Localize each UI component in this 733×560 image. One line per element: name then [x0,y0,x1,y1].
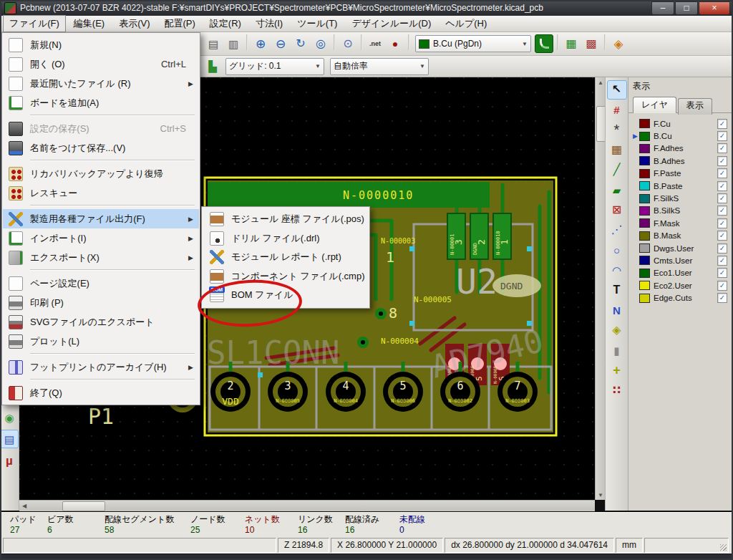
layer-color-swatch[interactable] [639,281,650,290]
add-keepout-icon[interactable]: ⊠ [607,201,627,220]
separator[interactable] [557,34,558,50]
file-menu-item[interactable]: 開く (O) Ctrl+L [3,54,199,74]
file-menu-item[interactable]: SVGファイルのエクスポート [3,312,199,332]
add-text-icon[interactable]: T [607,281,627,300]
microwave-tools-icon[interactable]: µ [0,451,19,470]
menubar-item[interactable]: デザインルール(D) [345,15,437,32]
palette-icon[interactable]: ◉ [0,408,19,427]
file-menu-item[interactable]: インポート(I) ▶ [3,228,199,248]
layer-visibility-checkbox[interactable]: ✓ [717,143,727,153]
file-menu-item[interactable] [3,203,199,209]
layer-visibility-checkbox[interactable]: ✓ [717,193,727,203]
add-graphic-line-icon[interactable]: ⋰ [607,221,627,240]
file-menu-item[interactable]: ボードを追加(A) [3,93,199,112]
horizontal-scrollbar[interactable]: ◀ [19,500,595,511]
track-display-button[interactable] [535,34,553,53]
separator[interactable] [246,34,248,50]
cursor-tool-icon[interactable]: ↖ [607,80,627,100]
add-track-icon[interactable]: ╱ [607,160,627,180]
submenu-item[interactable]: モジュール レポート (.rpt) [203,248,369,267]
maximize-button[interactable]: □ [675,1,698,15]
horizontal-scroll-thumb[interactable] [62,501,105,511]
layer-row[interactable]: F.SilkS ✓ [631,192,730,204]
file-menu-item[interactable]: 印刷 (P) [3,293,199,312]
resize-grip[interactable] [720,544,727,551]
layer-visibility-checkbox[interactable]: ✓ [717,119,727,129]
layer-visibility-checkbox[interactable]: ✓ [717,168,727,178]
file-menu-item[interactable]: 名前をつけて保存...(V) [3,138,199,158]
layer-select-dropdown[interactable]: B.Cu (PgDn) ▼ [415,35,531,52]
layer-color-swatch[interactable] [639,132,650,141]
add-dimension-icon[interactable]: N [607,301,627,320]
menubar-item[interactable]: 編集(E) [67,15,111,32]
layer-color-swatch[interactable] [639,206,650,216]
layer-visibility-checkbox[interactable]: ✓ [717,181,727,191]
file-menu-item[interactable]: レスキュー [3,183,199,203]
separator[interactable] [408,34,409,50]
file-menu-item[interactable]: フットプリントのアーカイブ(H) ▶ [3,357,199,377]
microwave-icon[interactable]: ◈ [609,34,628,53]
menubar-item[interactable]: 配置(P) [158,15,202,32]
zoom-fit-icon[interactable]: ◎ [311,34,330,53]
menubar-item[interactable]: 設定(R) [203,15,248,32]
add-zone-icon[interactable]: ▰ [607,180,627,200]
add-circle-icon[interactable]: ○ [607,241,627,260]
layer-color-swatch[interactable] [639,218,650,228]
layer-row[interactable]: Cmts.User ✓ [631,254,730,266]
menubar-item[interactable]: ツール(T) [291,15,344,32]
layer-color-swatch[interactable] [639,156,650,165]
file-menu-item[interactable]: ページ設定(E) [3,274,199,293]
menubar-item[interactable]: 寸法(I) [249,15,289,32]
layer-row[interactable]: B.Paste ✓ [631,180,730,192]
layer-color-swatch[interactable] [639,294,650,303]
scroll-up-icon[interactable]: ▲ [596,77,606,87]
layer-color-swatch[interactable] [639,144,650,153]
layer-visibility-checkbox[interactable]: ✓ [717,231,727,241]
footprint-mode-icon[interactable]: ▙ [203,57,222,76]
find-icon[interactable]: ⊙ [339,34,357,53]
layer-visibility-checkbox[interactable]: ✓ [717,268,727,278]
layer-color-swatch[interactable] [639,256,650,265]
add-target-icon[interactable]: ◈ [607,321,627,340]
layer-color-swatch[interactable] [639,194,650,203]
separator[interactable] [361,34,362,50]
file-menu-item[interactable] [3,377,199,383]
layers-manager-toggle-icon[interactable]: ▤ [0,430,19,448]
file-menu-item[interactable]: プロット(L) [3,332,199,351]
file-menu-item[interactable] [3,267,199,274]
grid-select-dropdown[interactable]: グリッド: 0.1 ▼ [225,58,324,75]
module-mode-icon[interactable]: ▦ [562,34,581,53]
scroll-down-icon[interactable]: ▼ [596,490,606,500]
file-menu-item[interactable]: エクスポート(X) ▶ [3,248,199,267]
layer-color-swatch[interactable] [639,243,650,253]
vertical-scrollbar[interactable]: ▲ ▼ [595,77,606,500]
layer-color-swatch[interactable] [639,269,650,278]
layer-row[interactable]: F.Mask ✓ [631,217,730,229]
panel-tab[interactable]: 表示 [678,98,712,115]
layer-row[interactable]: Eco2.User ✓ [631,279,730,291]
close-button[interactable]: × [699,1,730,15]
layer-visibility-checkbox[interactable]: ✓ [717,131,727,141]
file-menu-item[interactable]: 最近開いたファイル (R) ▶ [3,74,199,93]
layer-visibility-checkbox[interactable]: ✓ [717,293,727,303]
redraw-icon[interactable]: ↻ [291,34,310,53]
layer-row[interactable]: Edge.Cuts ✓ [631,291,730,304]
drc-icon[interactable]: ● [386,34,404,53]
layer-row[interactable]: B.SilkS ✓ [631,205,730,217]
file-menu-item[interactable] [3,158,199,164]
print-icon[interactable]: ▤ [204,34,223,53]
layer-row[interactable]: F.Adhes ✓ [631,143,730,155]
menubar-item[interactable]: 表示(V) [112,15,156,32]
file-menu-item[interactable]: リカバリバックアップより復帰 [3,164,199,183]
layer-row[interactable]: B.Adhes ✓ [631,155,730,167]
zoom-select-dropdown[interactable]: 自動倍率 ▼ [330,58,429,75]
layer-row[interactable]: F.Cu ✓ [631,117,730,130]
layer-color-swatch[interactable] [639,181,650,190]
highlight-net-icon[interactable]: # [607,100,627,120]
grid-origin-icon[interactable]: ∷ [607,381,627,400]
track-mode-icon[interactable]: ▩ [582,34,601,53]
zoom-in-icon[interactable]: ⊕ [251,34,270,53]
minimize-button[interactable]: – [651,1,674,15]
menubar-item[interactable]: ファイル(F) [3,15,66,32]
layer-visibility-checkbox[interactable]: ✓ [717,281,727,291]
